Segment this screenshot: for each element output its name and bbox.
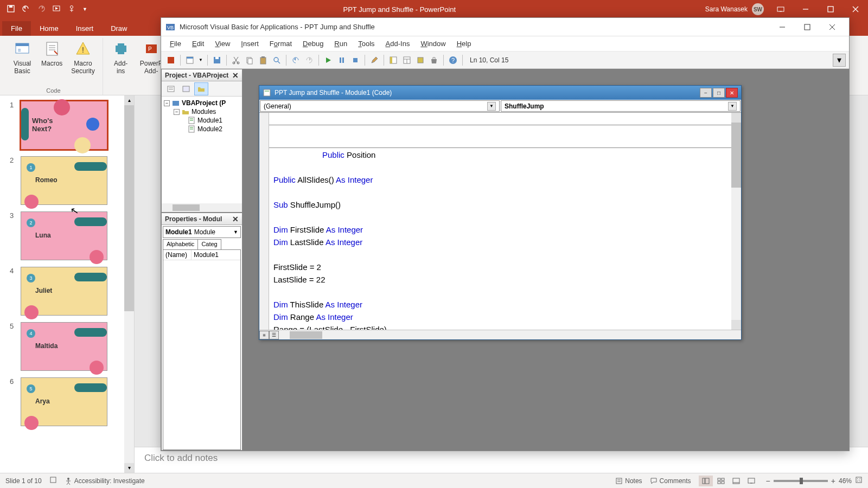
vba-toolbox-icon[interactable] — [427, 54, 441, 67]
vba-save-icon[interactable] — [210, 54, 224, 67]
vba-close-button[interactable] — [820, 19, 845, 35]
vba-toggle-folders-icon[interactable] — [194, 82, 208, 95]
vba-procedure-view-button[interactable]: ≡ — [259, 331, 269, 339]
touch-mode-icon[interactable] — [67, 4, 76, 15]
vba-project-tree[interactable]: − VBAProject (P − Modules Module1 — [162, 97, 242, 203]
vba-break-icon[interactable] — [335, 54, 348, 67]
vba-paste-icon[interactable] — [257, 54, 270, 67]
dropdown-icon[interactable]: ▼ — [728, 102, 737, 111]
vba-properties-grid[interactable]: (Name) Module1 — [163, 250, 241, 450]
vba-help-icon[interactable]: ? — [446, 54, 459, 67]
vba-menu-debug[interactable]: Debug — [297, 37, 329, 50]
vba-code-vscroll[interactable] — [731, 113, 741, 330]
vba-toolbar-overflow[interactable]: ▾ — [833, 54, 846, 67]
vba-project-hscroll[interactable] — [162, 203, 242, 212]
vba-code-hscroll[interactable]: ≡ ☰ — [259, 330, 741, 339]
vba-design-mode-icon[interactable] — [368, 54, 381, 67]
tab-file[interactable]: File — [2, 21, 31, 36]
visual-basic-button[interactable]: ≡ Visual Basic — [9, 38, 36, 77]
vba-reset-icon[interactable] — [349, 54, 362, 67]
fit-to-window-button[interactable] — [855, 476, 863, 485]
vba-copy-icon[interactable] — [243, 54, 256, 67]
accessibility-button[interactable]: Accessibility: Investigate — [65, 477, 145, 485]
slide-thumbnail[interactable]: 2Luna — [21, 211, 107, 260]
undo-icon[interactable] — [22, 4, 30, 15]
vba-maximize-button[interactable] — [795, 19, 820, 35]
vba-properties-tab-categorized[interactable]: Categ — [197, 239, 221, 249]
macros-button[interactable]: Macros — [38, 38, 66, 77]
vba-view-code-icon[interactable] — [164, 82, 178, 95]
ribbon-options-icon[interactable] — [768, 0, 793, 18]
thumbnails-scrollbar[interactable]: ▴ ▾ — [124, 95, 134, 473]
language-indicator-icon[interactable] — [49, 476, 57, 485]
vba-insert-dropdown[interactable]: ▼ — [197, 57, 205, 62]
user-avatar[interactable]: SW — [752, 3, 764, 15]
vba-cut-icon[interactable] — [229, 54, 242, 67]
vba-menu-insert[interactable]: Insert — [235, 37, 264, 50]
vba-menu-help[interactable]: Help — [451, 37, 477, 50]
macro-security-button[interactable]: ! Macro Security — [68, 38, 98, 77]
tab-insert[interactable]: Insert — [67, 21, 103, 36]
vba-menu-addins[interactable]: Add-Ins — [380, 37, 416, 50]
scroll-up-button[interactable]: ▴ — [124, 95, 134, 105]
scroll-down-button[interactable]: ▾ — [124, 463, 134, 473]
vba-code-window-titlebar[interactable]: PPT Jump and Shuffle - Module1 (Code) − … — [259, 86, 741, 100]
vba-properties-window-icon[interactable] — [400, 54, 413, 67]
slide-sorter-view-button[interactable] — [714, 476, 728, 486]
zoom-percentage[interactable]: 46% — [839, 477, 852, 485]
tab-draw[interactable]: Draw — [102, 21, 136, 36]
qat-dropdown-icon[interactable]: ▼ — [82, 7, 87, 12]
tree-collapse-icon[interactable]: − — [164, 100, 170, 106]
vba-object-browser-icon[interactable] — [414, 54, 427, 67]
vba-properties-close[interactable]: ✕ — [232, 215, 239, 223]
vba-find-icon[interactable] — [270, 54, 283, 67]
vba-codewin-close[interactable]: ✕ — [726, 88, 738, 98]
vba-menu-view[interactable]: View — [209, 37, 235, 50]
vba-view-object-icon[interactable] — [179, 82, 193, 95]
vba-tree-modules-folder[interactable]: − Modules — [164, 107, 240, 116]
close-button[interactable] — [843, 0, 868, 18]
vba-menu-file[interactable]: File — [164, 37, 187, 50]
vba-menu-format[interactable]: Format — [264, 37, 297, 50]
zoom-slider-handle[interactable] — [800, 478, 803, 484]
vba-codewin-minimize[interactable]: − — [700, 88, 712, 98]
vba-tree-module2[interactable]: Module2 — [164, 125, 240, 133]
slide-thumbnail[interactable]: 3Juliet — [21, 267, 107, 316]
vba-titlebar[interactable]: VB Microsoft Visual Basic for Applicatio… — [161, 18, 849, 36]
dropdown-icon[interactable]: ▼ — [233, 229, 238, 235]
vba-run-icon[interactable] — [322, 54, 335, 67]
normal-view-button[interactable] — [699, 476, 713, 486]
vba-properties-title[interactable]: Properties - Modul ✕ — [162, 213, 242, 225]
vba-properties-tab-alphabetic[interactable]: Alphabetic — [163, 239, 198, 249]
vba-codewin-object-combo[interactable]: (General) ▼ — [260, 100, 500, 112]
vba-tree-module1[interactable]: Module1 — [164, 116, 240, 125]
vba-tree-project-root[interactable]: − VBAProject (P — [164, 99, 240, 107]
user-area[interactable]: Sara Wanasek SW — [705, 3, 768, 15]
vba-codewin-procedure-combo[interactable]: ShuffleJump ▼ — [501, 100, 741, 112]
vba-menu-run[interactable]: Run — [329, 37, 353, 50]
vba-menu-window[interactable]: Window — [415, 37, 451, 50]
slide-counter[interactable]: Slide 1 of 10 — [5, 477, 42, 485]
vba-menu-tools[interactable]: Tools — [353, 37, 380, 50]
vba-project-explorer-title[interactable]: Project - VBAProject ✕ — [162, 69, 242, 81]
vba-minimize-button[interactable] — [770, 19, 795, 35]
scrollbar-thumb[interactable] — [124, 105, 134, 311]
vba-project-explorer-icon[interactable] — [387, 54, 400, 67]
slideshow-view-button[interactable] — [744, 476, 758, 486]
tab-home[interactable]: Home — [31, 21, 67, 36]
vba-menu-edit[interactable]: Edit — [187, 37, 209, 50]
vba-property-row[interactable]: (Name) Module1 — [163, 250, 240, 260]
vba-undo-icon[interactable] — [289, 54, 302, 67]
comments-button[interactable]: Comments — [650, 477, 691, 485]
minimize-button[interactable] — [793, 0, 818, 18]
vba-codewin-maximize[interactable]: □ — [713, 88, 725, 98]
vba-project-explorer-close[interactable]: ✕ — [232, 71, 239, 80]
save-icon[interactable] — [7, 4, 15, 15]
start-from-beginning-icon[interactable] — [52, 4, 61, 15]
slide-thumbnail[interactable]: 4Maltida — [21, 322, 107, 371]
addins-button[interactable]: Add- ins — [107, 38, 135, 77]
zoom-slider[interactable] — [774, 480, 828, 482]
slide-thumbnail[interactable]: 1Romeo — [21, 156, 107, 205]
vba-properties-object-combo[interactable]: Module1 Module ▼ — [163, 226, 241, 238]
vba-code-editor[interactable]: Public Position Public AllSlides() As In… — [269, 113, 731, 330]
